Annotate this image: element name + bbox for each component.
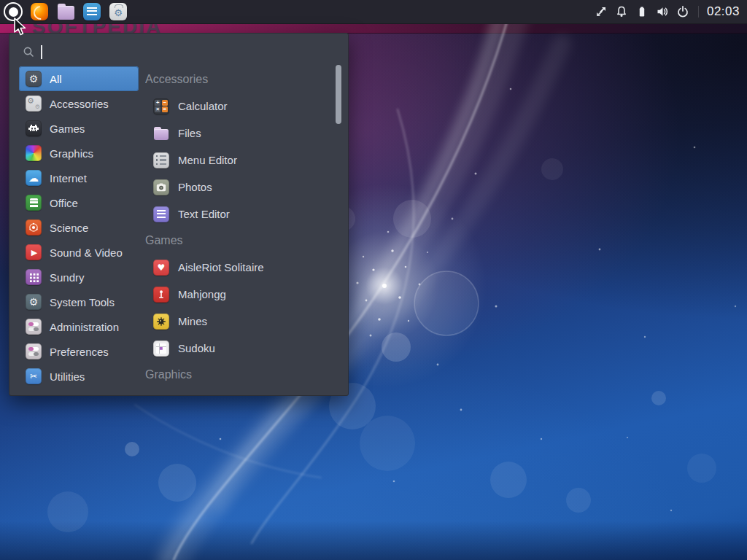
app-files[interactable]: Files — [145, 120, 338, 147]
category-games[interactable]: Games — [19, 116, 139, 141]
app-label: Mines — [178, 315, 207, 327]
category-system-tools[interactable]: ⚙System Tools — [19, 289, 139, 314]
app-label: AisleRiot Solitaire — [178, 261, 264, 273]
app-text-editor[interactable]: Text Editor — [145, 201, 338, 228]
search-input[interactable] — [23, 41, 335, 63]
volume-icon[interactable] — [656, 5, 670, 19]
app-calculator[interactable]: +−×=Calculator — [145, 93, 338, 120]
category-office[interactable]: Office — [19, 190, 139, 215]
text-lines-icon — [153, 206, 169, 222]
app-label: Mahjongg — [178, 288, 226, 300]
app-label: Sudoku — [178, 342, 215, 354]
category-label: Games — [50, 122, 85, 135]
camera-icon — [153, 179, 169, 195]
category-preferences[interactable]: Preferences — [19, 339, 139, 364]
tray-separator — [698, 6, 699, 18]
category-list: ⚙All⚙⚙AccessoriesGamesGraphics☁InternetO… — [19, 66, 139, 389]
category-utilities[interactable]: ✂Utilities — [19, 364, 139, 389]
category-all[interactable]: ⚙All — [19, 66, 139, 91]
section-header-accessories: Accessories — [145, 66, 338, 93]
category-label: All — [50, 73, 62, 85]
firefox-launcher[interactable] — [29, 1, 50, 22]
clock[interactable]: 02:03 — [707, 4, 740, 19]
category-graphics[interactable]: Graphics — [19, 141, 139, 166]
app-label: Text Editor — [178, 208, 230, 220]
app-label: Calculator — [178, 100, 228, 112]
office-doc-icon — [26, 195, 42, 211]
category-accessories[interactable]: ⚙⚙Accessories — [19, 91, 139, 116]
mouse-cursor — [14, 18, 30, 39]
scrollbar-thumb[interactable] — [336, 65, 341, 124]
top-panel: ⚙ 02:03 — [0, 0, 747, 24]
document-icon — [83, 3, 101, 20]
category-label: Graphics — [50, 147, 93, 160]
app-mines[interactable]: Mines — [145, 308, 338, 335]
category-internet[interactable]: ☁Internet — [19, 166, 139, 190]
app-mahjongg[interactable]: Mahjongg — [145, 281, 338, 308]
text-caret — [41, 45, 42, 59]
app-sudoku[interactable]: Sudoku — [145, 335, 338, 362]
app-label: Menu Editor — [178, 154, 237, 166]
rainbow-icon — [26, 145, 42, 161]
category-label: Office — [50, 197, 78, 209]
category-label: Internet — [50, 172, 87, 184]
dots-grid-icon — [26, 269, 42, 285]
invader-icon — [26, 120, 42, 136]
category-administration[interactable]: Administration — [19, 314, 139, 339]
gear-slate-icon: ⚙ — [26, 294, 42, 310]
category-sundry[interactable]: Sundry — [19, 265, 139, 289]
category-label: Accessories — [50, 98, 109, 110]
category-label: Sundry — [50, 271, 85, 284]
network-icon[interactable] — [595, 5, 608, 19]
category-label: Utilities — [50, 370, 85, 383]
category-label: Preferences — [50, 346, 109, 358]
section-header-graphics: Graphics — [145, 362, 338, 388]
category-label: Sound & Video — [50, 246, 123, 259]
calculator-icon: +−×= — [153, 98, 169, 114]
application-menu: ⚙All⚙⚙AccessoriesGamesGraphics☁InternetO… — [9, 33, 349, 396]
app-photos[interactable]: Photos — [145, 174, 338, 201]
notifications-bell-icon[interactable] — [615, 5, 629, 19]
toggles-icon — [26, 343, 42, 359]
scissors-icon: ✂ — [26, 368, 42, 384]
app-label: Photos — [178, 181, 212, 193]
documents-launcher[interactable] — [82, 1, 102, 22]
menu-list-icon — [153, 152, 169, 168]
power-icon[interactable] — [676, 5, 690, 19]
app-aisleriot-solitaire[interactable]: ♥AisleRiot Solitaire — [145, 254, 338, 281]
category-label: Administration — [50, 321, 119, 333]
firefox-icon — [31, 3, 48, 20]
app-label: Files — [178, 127, 201, 139]
software-bag-icon: ⚙ — [109, 3, 127, 20]
folder-icon — [153, 125, 169, 141]
software-launcher[interactable]: ⚙ — [108, 1, 128, 22]
app-menu-editor[interactable]: Menu Editor — [145, 147, 338, 174]
search-icon — [23, 46, 35, 58]
gear-dark-icon: ⚙ — [26, 71, 42, 87]
files-launcher[interactable] — [55, 1, 76, 22]
app-list: Accessories+−×=CalculatorFilesMenu Edito… — [145, 66, 338, 394]
sudoku-icon — [153, 341, 169, 357]
battery-icon[interactable] — [635, 5, 649, 19]
category-sound-video[interactable]: ▶Sound & Video — [19, 240, 139, 265]
mine-icon — [153, 314, 169, 330]
section-header-games: Games — [145, 228, 338, 254]
heart-icon: ♥ — [153, 260, 169, 276]
category-label: System Tools — [50, 296, 115, 308]
category-label: Science — [50, 222, 88, 234]
folder-icon — [57, 4, 75, 20]
system-tray: 02:03 — [595, 4, 747, 19]
cloud-icon: ☁ — [26, 170, 42, 186]
mahjong-icon — [153, 287, 169, 303]
play-icon: ▶ — [26, 244, 42, 260]
gears-light-icon: ⚙⚙ — [26, 96, 42, 112]
category-science[interactable]: Science — [19, 215, 139, 240]
toggles-icon — [26, 319, 42, 335]
atom-icon — [26, 219, 42, 236]
